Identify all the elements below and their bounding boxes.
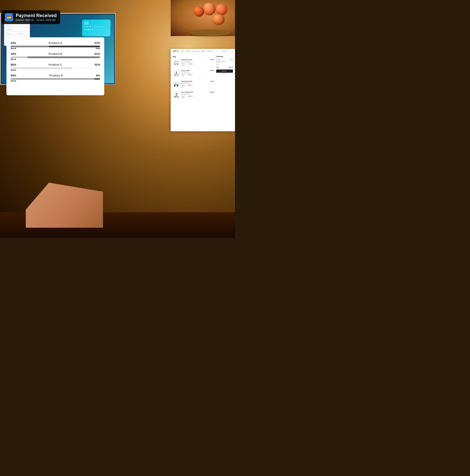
product-a-name: Product A [49, 41, 62, 45]
search-placeholder: Search [222, 51, 225, 52]
summary-title: Summary [216, 56, 233, 57]
shop-logo: HAVOC [173, 50, 179, 52]
product-b-bar [11, 56, 100, 58]
payment-notification: 💳 Payment Received Amount: $897.00 Invoi… [1, 10, 60, 24]
product-c-stock-pct: 68% [11, 63, 16, 67]
qty-arrow-icon-2: ▼ [193, 74, 194, 75]
nav-item-packages[interactable]: Packages [186, 51, 191, 52]
bag-item-4-info: HAVOC DESCENDANT Fully Customisable Blac… [181, 91, 209, 99]
bag-title: Bag [173, 56, 214, 58]
bag-item-3: SCOOTER HOLDER Magnetisable holder Black… [173, 81, 214, 90]
product-d-header: 94% Product D 6% [11, 74, 100, 77]
nav-item-home[interactable]: Home [181, 51, 184, 52]
svg-point-14 [174, 96, 176, 98]
havoc-descendant-icon [174, 93, 179, 98]
product-a-stock-fill [11, 46, 49, 47]
bag-item-1-remove[interactable]: Remove [181, 65, 209, 66]
bag-item-1-size[interactable]: Size 11 [181, 63, 185, 65]
product-c-stock-label: Stock [11, 69, 16, 71]
size-arrow-icon-3: ▼ [185, 85, 186, 86]
bag-item-1-info: SCOOTER HOLDER Magnetisable Holder Black… [181, 59, 209, 66]
bag-item-2-qty[interactable]: Quantity 1 [187, 74, 193, 75]
cart-icon[interactable]: 🛒 [231, 50, 233, 52]
card-number-label: Card number [6, 29, 28, 30]
bag-item-2-color: Black / Sand / Non Grey [181, 73, 209, 73]
product-b-stock-pct: 19% [11, 52, 16, 56]
summary-delivery-row: Estimated Delivery & Handling $0.00 [216, 61, 233, 63]
bag-section: Bag SCOOTER HOLDER Magnetisable Holder B… [173, 56, 214, 129]
product-b-header: 19% Product B 81% [11, 52, 100, 56]
bag-item-4-size[interactable]: Size 0 [181, 96, 185, 97]
product-row-a: 43% Product A 57% Stock Sold [11, 41, 100, 50]
product-c-name: Product C [49, 63, 62, 67]
bag-item-2-name: HAVOC STORM [181, 70, 209, 71]
subtotal-label: Subtotal [216, 59, 220, 60]
nav-item-case-studies[interactable]: Case Studies [193, 51, 200, 52]
card-number-input-sim [6, 31, 28, 32]
bag-item-4-remove[interactable]: Remove [181, 98, 209, 99]
product-c-labels: Stock [11, 69, 100, 71]
bag-item-2-price: $225.00 [210, 70, 214, 77]
bag-item-3-name: SCOOTER HOLDER [181, 81, 209, 82]
expiry-group: Expiry date [6, 33, 17, 36]
bag-item-2-remove[interactable]: Remove [181, 76, 209, 77]
product-a-header: 43% Product A 57% [11, 41, 100, 45]
bag-item-1-price: $16.00 [211, 59, 214, 66]
nav-search-box[interactable]: Search [222, 50, 230, 52]
bag-item-2-image [173, 70, 180, 77]
bag-item-3-desc: Magnetisable holder [181, 82, 209, 83]
bag-item-1-qty[interactable]: Quantity 1 [188, 63, 193, 65]
apples-background [171, 0, 235, 36]
svg-line-3 [175, 61, 176, 61]
svg-point-6 [177, 74, 178, 76]
bag-item-4-qty[interactable]: Quantity 1 [187, 96, 193, 97]
bag-item-3-price: $16.00 [211, 81, 214, 88]
product-b-labels: Stock [11, 58, 100, 61]
product-b-sold-fill [28, 56, 100, 58]
apple-1 [216, 4, 227, 16]
product-b-stock-label: Stock [11, 58, 16, 61]
bag-item-1-options: Size 11 ▼ Quantity 1 ▼ [181, 63, 209, 65]
subtotal-value: $587.00 [229, 59, 233, 60]
checkout-button[interactable]: Checkout → [216, 69, 233, 73]
bag-item-3-remove[interactable]: Remove [181, 87, 209, 88]
size-arrow-icon-4: ▼ [185, 96, 186, 97]
expiry-label: Expiry date [6, 33, 17, 34]
card-dot-1 [84, 29, 85, 30]
bag-item-3-info: SCOOTER HOLDER Magnetisable holder Black… [181, 81, 209, 88]
product-d-bar [11, 78, 100, 80]
product-d-labels: Stock [11, 80, 100, 82]
security-group: Security code [17, 33, 28, 36]
product-d-stock-fill [11, 78, 95, 80]
delivery-value: $0.00 [230, 61, 233, 63]
invoice-label: Invoice: [36, 19, 45, 21]
product-c-sold-pct: 32% [94, 63, 100, 67]
continue-link[interactable]: continue link [216, 73, 233, 74]
total-value: $587.00 [229, 67, 233, 68]
bag-item-4-options: Size 0 ▼ Quantity 1 ▼ [181, 96, 209, 97]
bag-item-3-options: Size 9 ▼ Quantity 1 ▼ [181, 85, 209, 86]
product-row-d: 94% Product D 6% Stock [11, 74, 100, 82]
bag-item-1-color: Black / Teal / Purple Grey [181, 62, 209, 63]
product-a-bar [11, 46, 100, 47]
product-d-name: Product D [50, 74, 63, 77]
apple-2 [203, 2, 216, 16]
svg-point-15 [177, 96, 178, 98]
qty-arrow-icon-1: ▼ [194, 64, 195, 64]
invoice-value: 0003-288 [46, 19, 55, 21]
bag-item-4: HAVOC DESCENDANT Fully Customisable Blac… [173, 91, 214, 101]
qty-arrow-icon-4: ▼ [193, 96, 194, 97]
bag-item-2-size[interactable]: Size 8 [181, 74, 185, 75]
bag-item-3-image [173, 81, 180, 88]
card-dot-4 [90, 29, 91, 30]
bag-item-1-name: SCOOTER HOLDER [181, 59, 209, 60]
bag-item-3-qty[interactable]: Quantity 1 [187, 85, 193, 86]
taxes-label: Taxes [216, 64, 219, 65]
bag-item-2: HAVOC STORM Fully Customisable Black / S… [173, 70, 214, 79]
apple-4 [213, 14, 225, 25]
nav-item-features[interactable]: Features [201, 51, 205, 52]
svg-point-10 [174, 85, 175, 86]
bag-item-2-options: Size 8 ▼ Quantity 1 ▼ [181, 74, 209, 75]
bag-item-3-size[interactable]: Size 9 [181, 85, 185, 86]
nav-item-contact[interactable]: Contact Us [207, 51, 213, 52]
